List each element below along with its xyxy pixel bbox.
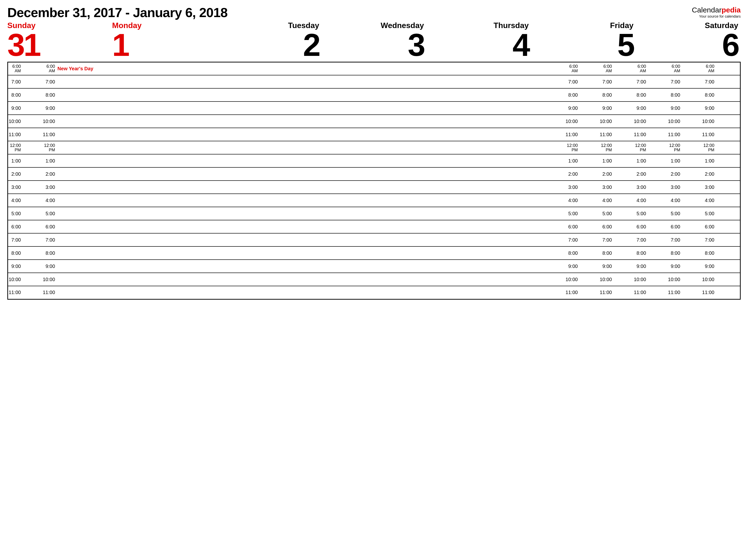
event-cell[interactable] bbox=[715, 207, 740, 220]
event-cell[interactable] bbox=[22, 233, 42, 246]
event-cell[interactable] bbox=[579, 167, 599, 180]
event-cell[interactable] bbox=[22, 101, 42, 115]
event-cell[interactable] bbox=[647, 88, 667, 101]
event-cell[interactable] bbox=[647, 233, 667, 246]
event-cell[interactable] bbox=[22, 75, 42, 88]
event-cell[interactable] bbox=[579, 246, 599, 260]
event-cell[interactable] bbox=[22, 260, 42, 273]
event-cell[interactable] bbox=[647, 246, 667, 260]
event-cell[interactable] bbox=[613, 62, 633, 75]
event-cell[interactable] bbox=[613, 101, 633, 115]
event-cell[interactable] bbox=[647, 62, 667, 75]
event-cell[interactable] bbox=[22, 246, 42, 260]
event-cell[interactable] bbox=[22, 115, 42, 128]
event-cell[interactable] bbox=[715, 141, 740, 154]
event-cell[interactable] bbox=[579, 62, 599, 75]
event-cell[interactable] bbox=[647, 75, 667, 88]
event-cell[interactable] bbox=[579, 75, 599, 88]
event-cell[interactable] bbox=[22, 220, 42, 233]
event-cell[interactable] bbox=[56, 207, 565, 220]
event-cell[interactable] bbox=[681, 207, 701, 220]
event-cell[interactable] bbox=[22, 273, 42, 286]
event-cell[interactable] bbox=[56, 180, 565, 194]
event-cell[interactable] bbox=[22, 88, 42, 101]
event-cell[interactable] bbox=[22, 194, 42, 207]
event-cell[interactable] bbox=[681, 62, 701, 75]
event-cell[interactable] bbox=[647, 194, 667, 207]
event-cell[interactable] bbox=[613, 207, 633, 220]
event-cell[interactable] bbox=[22, 207, 42, 220]
event-cell[interactable] bbox=[579, 260, 599, 273]
event-cell[interactable] bbox=[613, 260, 633, 273]
event-cell[interactable] bbox=[647, 260, 667, 273]
event-cell[interactable] bbox=[647, 141, 667, 154]
event-cell[interactable] bbox=[647, 128, 667, 141]
event-cell[interactable] bbox=[715, 273, 740, 286]
event-cell[interactable] bbox=[715, 88, 740, 101]
event-cell[interactable] bbox=[681, 220, 701, 233]
event-cell[interactable] bbox=[647, 273, 667, 286]
event-cell[interactable] bbox=[56, 273, 565, 286]
event-cell[interactable] bbox=[22, 167, 42, 180]
event-cell[interactable] bbox=[22, 128, 42, 141]
event-cell[interactable] bbox=[647, 286, 667, 299]
event-cell[interactable] bbox=[613, 194, 633, 207]
event-cell[interactable] bbox=[681, 233, 701, 246]
event-cell[interactable] bbox=[56, 260, 565, 273]
event-cell[interactable] bbox=[715, 128, 740, 141]
event-cell[interactable] bbox=[681, 128, 701, 141]
event-cell[interactable] bbox=[613, 180, 633, 194]
event-cell[interactable] bbox=[579, 273, 599, 286]
event-cell[interactable] bbox=[613, 220, 633, 233]
event-cell[interactable] bbox=[56, 115, 565, 128]
event-cell[interactable] bbox=[647, 220, 667, 233]
event-cell[interactable] bbox=[681, 167, 701, 180]
event-cell[interactable] bbox=[613, 141, 633, 154]
event-cell[interactable] bbox=[56, 220, 565, 233]
event-cell[interactable] bbox=[56, 88, 565, 101]
event-cell[interactable] bbox=[715, 167, 740, 180]
event-cell[interactable] bbox=[613, 233, 633, 246]
event-cell[interactable] bbox=[613, 286, 633, 299]
event-cell[interactable] bbox=[613, 115, 633, 128]
event-cell[interactable] bbox=[613, 75, 633, 88]
event-cell[interactable] bbox=[681, 75, 701, 88]
event-cell[interactable] bbox=[715, 194, 740, 207]
event-cell[interactable] bbox=[613, 246, 633, 260]
event-cell[interactable] bbox=[681, 88, 701, 101]
event-cell[interactable] bbox=[681, 180, 701, 194]
event-cell[interactable] bbox=[715, 286, 740, 299]
event-cell[interactable] bbox=[579, 220, 599, 233]
event-cell[interactable] bbox=[613, 128, 633, 141]
event-cell[interactable] bbox=[647, 154, 667, 167]
event-cell[interactable] bbox=[56, 154, 565, 167]
event-cell[interactable] bbox=[715, 101, 740, 115]
event-cell[interactable] bbox=[715, 233, 740, 246]
event-cell[interactable] bbox=[579, 88, 599, 101]
event-cell[interactable] bbox=[22, 154, 42, 167]
event-cell[interactable] bbox=[715, 154, 740, 167]
event-cell[interactable] bbox=[22, 286, 42, 299]
event-cell[interactable] bbox=[681, 141, 701, 154]
event-cell[interactable] bbox=[579, 115, 599, 128]
event-cell[interactable] bbox=[579, 207, 599, 220]
event-cell[interactable] bbox=[681, 260, 701, 273]
event-cell[interactable] bbox=[681, 286, 701, 299]
event-cell[interactable] bbox=[22, 62, 42, 75]
event-cell[interactable] bbox=[579, 194, 599, 207]
event-cell[interactable] bbox=[56, 286, 565, 299]
event-cell[interactable] bbox=[579, 154, 599, 167]
event-cell[interactable] bbox=[22, 180, 42, 194]
event-cell[interactable] bbox=[715, 62, 740, 75]
event-cell[interactable] bbox=[579, 233, 599, 246]
event-cell[interactable] bbox=[579, 286, 599, 299]
event-cell[interactable] bbox=[56, 75, 565, 88]
event-cell[interactable] bbox=[579, 141, 599, 154]
event-cell[interactable] bbox=[56, 194, 565, 207]
event-cell[interactable] bbox=[56, 233, 565, 246]
event-cell[interactable] bbox=[681, 273, 701, 286]
event-cell[interactable] bbox=[56, 101, 565, 115]
event-cell[interactable] bbox=[715, 115, 740, 128]
event-cell[interactable] bbox=[715, 246, 740, 260]
event-cell[interactable] bbox=[647, 207, 667, 220]
